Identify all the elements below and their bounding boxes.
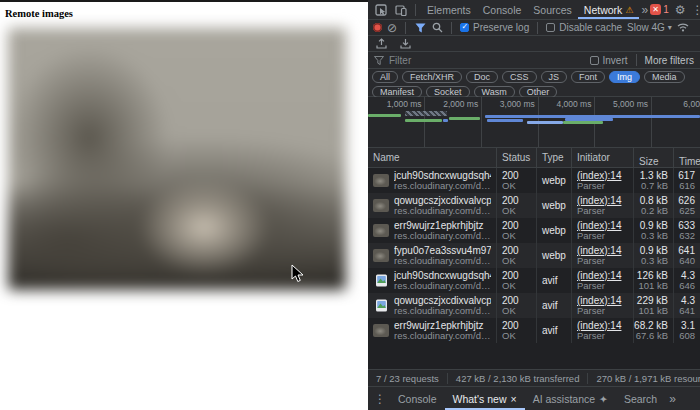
image-thumbnail [373,324,389,337]
network-summary-bar: 7 / 23 requests427 kB / 2,130 kB transfe… [368,369,700,386]
image-file-icon [375,299,388,312]
request-name: err9wujrz1epkrhjbjtz [394,220,491,231]
throttling-select[interactable]: Slow 4G ▾ [627,22,672,33]
clear-icon[interactable]: ⊘ [387,22,397,34]
filter-chip-all[interactable]: All [372,71,398,83]
error-count: 1 [663,4,669,15]
throttling-value: Slow 4G [627,22,665,33]
drawer-tab-ai-assistance[interactable]: AI assistance✦ [525,387,616,410]
initiator-cell: (index):14Parser [572,243,634,268]
column-header-type[interactable]: Type [537,148,572,167]
filter-chip-media[interactable]: Media [644,71,685,83]
devtools-tabbar: ElementsConsoleSourcesNetwork⚠ » ✕ 1 ⚙ ⋮ [368,0,700,20]
status-cell: 200OK [497,318,537,343]
preserve-log-checkbox[interactable]: Preserve log [460,22,529,33]
initiator-cell: (index):14Parser [572,193,634,218]
type-cell: webp [537,218,572,243]
table-row[interactable]: jcuh90sdncxwugdsqh40 res.cloudinary.com/… [368,268,700,293]
chevron-down-icon: ▾ [668,24,672,32]
gear-icon[interactable]: ⚙ [675,4,686,16]
column-header-time[interactable]: Time [674,148,700,167]
filter-chip-doc[interactable]: Doc [466,71,498,83]
search-icon[interactable] [431,20,443,36]
record-button[interactable] [373,23,382,32]
summary-item: 270 kB / 1,971 kB resources [588,373,700,384]
inspect-element-icon[interactable] [372,2,390,18]
network-overview-timeline[interactable]: 1,000 ms2,000 ms3,000 ms4,000 ms5,000 ms… [368,97,700,148]
error-badge[interactable]: ✕ 1 [650,4,669,15]
type-cell: avif [537,293,572,318]
drawer-tab-search[interactable]: Search [616,387,665,410]
mouse-cursor-icon [291,264,304,283]
invert-label: Invert [603,55,628,66]
summary-item: 427 kB / 2,130 kB transferred [448,373,589,384]
initiator-cell: (index):14Parser [572,168,634,193]
type-cell: avif [537,318,572,343]
drawer-tab-what-s-new[interactable]: What's new× [445,387,525,410]
divider [405,22,406,34]
filter-input[interactable]: Filter [374,55,585,66]
timeline-activity-bar [527,121,563,124]
more-filters-button[interactable]: More filters [645,55,694,66]
table-row[interactable]: jcuh90sdncxwugdsqh40 res.cloudinary.com/… [368,168,700,193]
network-toolbar: ⊘ Preserve log Disable cache Slow 4G ▾ [368,20,700,36]
device-toolbar-icon[interactable] [392,2,410,18]
divider [537,22,538,34]
table-row[interactable]: qowugcszjxcdixvalvcp res.cloudinary.com/… [368,193,700,218]
filter-chip-img[interactable]: Img [609,71,640,83]
time-cell: 4.3641 [674,293,700,318]
request-name: jcuh90sdncxwugdsqh40 [394,170,491,181]
table-row[interactable]: err9wujrz1epkrhjbjtz res.cloudinary.com/… [368,218,700,243]
request-name: qowugcszjxcdixvalvcp [394,195,491,206]
drawer-tab-console[interactable]: Console [390,387,445,410]
import-har-icon[interactable] [375,36,387,52]
table-row[interactable]: fypu0o7ea3ssvu4m97uh res.cloudinary.com/… [368,243,700,268]
request-domain: res.cloudinary.com/dqydi… [394,181,491,191]
close-icon[interactable]: × [510,393,516,405]
column-header-status[interactable]: Status [497,148,537,167]
timeline-tick-label: 2,000 ms [436,99,478,109]
export-har-icon[interactable] [399,36,411,52]
more-tabs-icon[interactable]: » [641,4,648,16]
tab-network[interactable]: Network⚠ [578,0,640,19]
timeline-tick-label: 4,000 ms [549,99,591,109]
table-row[interactable]: qowugcszjxcdixvalvcp res.cloudinary.com/… [368,293,700,318]
image-file-icon [375,274,388,287]
name-cell: qowugcszjxcdixvalvcp res.cloudinary.com/… [368,293,497,318]
size-cell: 229 kB101 kB [634,293,674,318]
drawer-more-tabs-icon[interactable]: » [669,393,676,405]
invert-checkbox[interactable]: Invert [590,55,628,66]
overflow-menu-icon[interactable]: ⋮ [691,4,700,16]
disable-cache-checkbox[interactable]: Disable cache [546,22,622,33]
timeline-activity-bar [487,119,523,122]
tab-elements[interactable]: Elements [421,0,477,19]
column-header-size[interactable]: Size [634,148,674,167]
divider [451,22,452,34]
time-cell: 3.1608 [674,318,700,343]
tab-console[interactable]: Console [477,0,528,19]
timeline-activity-bar [565,118,613,121]
table-row[interactable]: err9wujrz1epkrhjbjtz res.cloudinary.com/… [368,318,700,343]
timeline-gridline [481,97,482,147]
timeline-gridline [424,97,425,147]
request-name: qowugcszjxcdixvalvcp [394,295,491,306]
request-domain: res.cloudinary.com/dqydi… [394,281,491,291]
column-header-name[interactable]: Name [368,148,497,167]
filter-toggle-icon[interactable] [414,20,426,36]
type-cell: webp [537,168,572,193]
time-cell: 4.3646 [674,268,700,293]
preserve-log-label: Preserve log [473,22,529,33]
requests-table: jcuh90sdncxwugdsqh40 res.cloudinary.com/… [368,168,700,343]
filter-chip-css[interactable]: CSS [502,71,537,83]
filter-chip-js[interactable]: JS [541,71,568,83]
column-header-initiator[interactable]: Initiator [572,148,634,167]
size-cell: 0.9 kB0.3 kB [634,218,674,243]
drawer-overflow-icon[interactable]: ⋮ [374,393,386,405]
network-conditions-icon[interactable] [677,20,690,36]
checkbox-unchecked-icon [590,56,599,65]
funnel-icon [374,56,384,65]
tab-sources[interactable]: Sources [527,0,578,19]
filter-chip-fetchxhr[interactable]: Fetch/XHR [402,71,462,83]
disable-cache-label: Disable cache [559,22,622,33]
filter-chip-font[interactable]: Font [571,71,605,83]
